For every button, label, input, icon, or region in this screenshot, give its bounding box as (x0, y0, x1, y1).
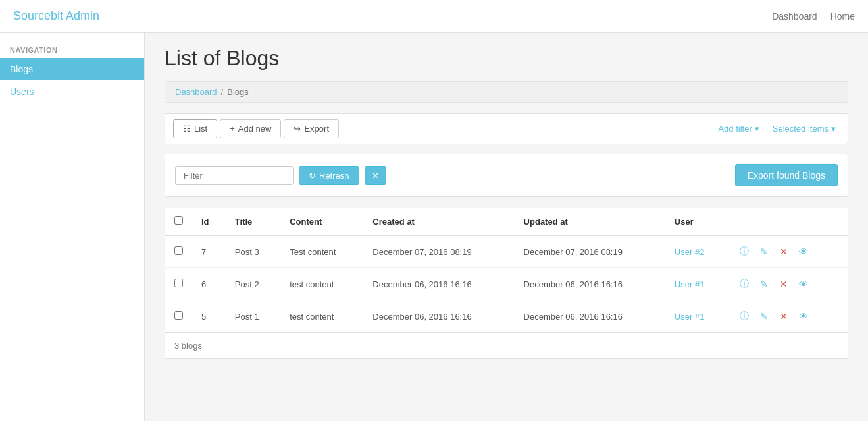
table-header: Id Title Content Created at Updated at U… (165, 208, 848, 235)
sidebar: Navigation Blogs Users (0, 33, 145, 421)
refresh-button[interactable]: ↻ Refresh (299, 166, 359, 185)
row-checkbox[interactable] (174, 279, 183, 287)
view-icon-button[interactable]: 👁 (796, 244, 811, 260)
view-icon-button[interactable]: 👁 (796, 308, 811, 324)
selected-items-button[interactable]: Selected items ▾ (769, 121, 840, 136)
header-updated-at: Updated at (515, 208, 665, 235)
page-title: List of Blogs (165, 46, 848, 70)
blogs-table: Id Title Content Created at Updated at U… (165, 208, 848, 332)
export-button[interactable]: ↪ Export (284, 119, 339, 138)
row-created-at: December 06, 2016 16:16 (363, 268, 514, 300)
header-checkbox-col (165, 208, 192, 235)
header-content: Content (280, 208, 363, 235)
export-found-button[interactable]: Export found Blogs (735, 164, 838, 186)
nav-dashboard-link[interactable]: Dashboard (772, 11, 817, 22)
layout: Navigation Blogs Users List of Blogs Das… (0, 33, 868, 421)
row-title: Post 2 (226, 268, 280, 300)
header-created-at: Created at (363, 208, 514, 235)
export-label: Export (304, 124, 329, 134)
user-link[interactable]: User #2 (675, 247, 705, 257)
nav-home-link[interactable]: Home (830, 11, 855, 22)
refresh-label: Refresh (319, 171, 349, 181)
row-checkbox[interactable] (174, 311, 183, 320)
breadcrumb-separator: / (221, 87, 224, 97)
blogs-table-container: Id Title Content Created at Updated at U… (165, 208, 848, 359)
action-bar: ☷ List + Add new ↪ Export Add filter ▾ (165, 113, 848, 144)
add-filter-button[interactable]: Add filter ▾ (714, 121, 763, 136)
table-footer-count: 3 blogs (165, 332, 848, 358)
table-body: 7 Post 3 Test content December 07, 2016 … (165, 235, 848, 332)
row-checkbox-cell (165, 268, 192, 300)
row-updated-at: December 06, 2016 16:16 (515, 268, 665, 300)
add-filter-chevron-icon: ▾ (755, 124, 759, 134)
navbar: Sourcebit Admin Dashboard Home (0, 0, 868, 33)
brand-suffix: Admin (63, 9, 99, 22)
info-icon-button[interactable]: ⓘ (736, 244, 752, 260)
row-id: 5 (192, 300, 226, 333)
action-bar-right: Add filter ▾ Selected items ▾ (714, 121, 840, 136)
header-user: User (665, 208, 728, 235)
row-id: 6 (192, 268, 226, 300)
info-icon-button[interactable]: ⓘ (736, 308, 752, 324)
delete-icon-button[interactable]: ✕ (776, 244, 792, 260)
row-content: test content (280, 300, 363, 333)
list-button[interactable]: ☷ List (173, 119, 217, 138)
export-icon: ↪ (294, 124, 301, 134)
filter-row-left: ↻ Refresh ✕ (175, 166, 386, 185)
list-label: List (194, 124, 207, 134)
row-title: Post 1 (226, 300, 280, 333)
user-link[interactable]: User #1 (675, 279, 705, 289)
header-actions (727, 208, 848, 235)
breadcrumb-dashboard-link[interactable]: Dashboard (175, 87, 217, 97)
breadcrumb: Dashboard / Blogs (165, 81, 848, 103)
sidebar-item-users[interactable]: Users (0, 80, 144, 103)
delete-icon-button[interactable]: ✕ (776, 308, 792, 324)
clear-filter-button[interactable]: ✕ (365, 166, 386, 185)
clear-icon: ✕ (372, 171, 379, 181)
filter-row: ↻ Refresh ✕ Export found Blogs (165, 154, 848, 197)
row-content: test content (280, 268, 363, 300)
sidebar-item-blogs[interactable]: Blogs (0, 58, 144, 80)
table-row: 6 Post 2 test content December 06, 2016 … (165, 268, 848, 300)
user-link[interactable]: User #1 (675, 312, 705, 322)
row-user: User #1 (665, 268, 728, 300)
row-id: 7 (192, 235, 226, 268)
row-title: Post 3 (226, 235, 280, 268)
select-all-checkbox[interactable] (174, 216, 183, 225)
add-new-button[interactable]: + Add new (220, 119, 281, 138)
breadcrumb-current: Blogs (227, 87, 249, 97)
brand-name: Sourcebit (13, 9, 63, 22)
filter-input[interactable] (175, 166, 294, 185)
edit-icon-button[interactable]: ✎ (756, 244, 772, 260)
edit-icon-button[interactable]: ✎ (756, 276, 772, 292)
plus-icon: + (230, 124, 235, 134)
selected-items-chevron-icon: ▾ (831, 124, 836, 134)
table-row: 5 Post 1 test content December 06, 2016 … (165, 300, 848, 333)
table-row: 7 Post 3 Test content December 07, 2016 … (165, 235, 848, 268)
row-actions: ⓘ ✎ ✕ 👁 (727, 235, 848, 268)
list-icon: ☷ (183, 124, 191, 134)
row-checkbox[interactable] (174, 246, 183, 255)
main-content: List of Blogs Dashboard / Blogs ☷ List +… (145, 33, 868, 421)
row-checkbox-cell (165, 300, 192, 333)
add-filter-label: Add filter (718, 124, 752, 134)
add-new-label: Add new (238, 124, 272, 134)
header-id: Id (192, 208, 226, 235)
export-found-label: Export found Blogs (748, 170, 825, 181)
filter-row-right: Export found Blogs (735, 164, 838, 186)
delete-icon-button[interactable]: ✕ (776, 276, 792, 292)
row-user: User #1 (665, 300, 728, 333)
row-actions: ⓘ ✎ ✕ 👁 (727, 268, 848, 300)
row-checkbox-cell (165, 235, 192, 268)
edit-icon-button[interactable]: ✎ (756, 308, 772, 324)
nav-links: Dashboard Home (772, 11, 855, 22)
view-icon-button[interactable]: 👁 (796, 276, 811, 292)
row-created-at: December 07, 2016 08:19 (363, 235, 514, 268)
selected-items-label: Selected items (773, 124, 829, 134)
header-title: Title (226, 208, 280, 235)
info-icon-button[interactable]: ⓘ (736, 276, 752, 292)
row-actions: ⓘ ✎ ✕ 👁 (727, 300, 848, 333)
sidebar-nav-label: Navigation (0, 40, 144, 58)
brand: Sourcebit Admin (13, 9, 99, 23)
action-bar-left: ☷ List + Add new ↪ Export (173, 119, 339, 138)
